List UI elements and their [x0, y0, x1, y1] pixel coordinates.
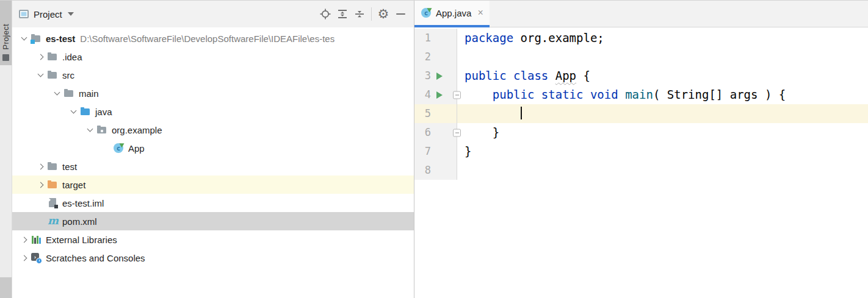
tree-item-es-test[interactable]: es-test D:\Software\SoftwareFile\Develop… [12, 29, 414, 48]
project-tool-icon [2, 54, 9, 61]
project-stripe-button[interactable]: Project [0, 1, 12, 65]
chevron-down-icon[interactable] [38, 71, 44, 77]
project-root-folder-icon [31, 34, 41, 43]
chevron-down-icon[interactable] [54, 90, 60, 96]
tree-item-org-example[interactable]: org.example [12, 121, 414, 139]
tree-item-label: pom.xml [62, 216, 97, 227]
folder-icon [64, 88, 74, 98]
code-line-2[interactable]: 2 [414, 48, 868, 66]
tree-item-label: org.example [112, 125, 162, 135]
select-opened-file-icon[interactable] [317, 6, 334, 22]
stripe-bottom-button[interactable] [0, 277, 12, 298]
project-path: D:\Software\SoftwareFile\DevelopSoftware… [80, 34, 335, 44]
run-main-icon[interactable] [436, 91, 443, 99]
java-class-icon: c [421, 8, 431, 18]
line-number: 4 [414, 85, 431, 104]
chevron-down-icon[interactable] [21, 35, 27, 41]
tree-item-external-libraries[interactable]: External Libraries [12, 230, 414, 249]
header-separator [371, 7, 372, 21]
code-editor[interactable]: 1 package org.example; 2 3 public class … [414, 27, 868, 298]
folder-icon [48, 52, 57, 62]
tree-item-label: es-test.iml [62, 198, 104, 208]
tab-app-java[interactable]: c App.java × [414, 1, 490, 27]
libraries-icon [31, 235, 41, 244]
tool-window-stripe: Project [0, 1, 12, 298]
tree-item-label: es-test [46, 34, 75, 44]
tree-item-app-class[interactable]: c App [12, 139, 414, 157]
sources-folder-icon [81, 107, 90, 116]
tree-item-main[interactable]: main [12, 84, 414, 102]
hide-panel-icon[interactable] [392, 6, 409, 22]
tree-item-idea[interactable]: .idea [12, 48, 414, 66]
code-line-8[interactable]: 8 [414, 161, 868, 180]
project-tool-window: Project [12, 1, 414, 298]
chevron-down-icon[interactable] [87, 126, 93, 132]
code-line-4[interactable]: 4 public static void main( String[] args… [414, 85, 868, 104]
project-stripe-label: Project [1, 24, 10, 50]
line-number: 3 [414, 66, 431, 85]
excluded-folder-icon [48, 180, 57, 190]
tree-item-label: test [62, 161, 77, 172]
line-number: 8 [414, 161, 431, 180]
chevron-right-icon[interactable] [38, 163, 44, 169]
line-number: 5 [414, 104, 431, 123]
code-line-7[interactable]: 7 } [414, 142, 868, 161]
run-class-icon[interactable] [436, 73, 443, 80]
project-panel-header: Project [12, 1, 414, 27]
line-number: 6 [414, 123, 431, 142]
editor-pane: c App.java × 1 package org.example; 2 3 … [414, 1, 868, 298]
tree-item-label: Scratches and Consoles [46, 253, 145, 263]
panel-title: Project [34, 9, 62, 20]
code-line-1[interactable]: 1 package org.example; [414, 29, 868, 48]
folder-icon [48, 70, 57, 80]
tree-item-label: src [62, 70, 74, 80]
code-line-5-current[interactable]: 5 [414, 104, 868, 123]
fold-collapse-icon[interactable] [453, 129, 461, 137]
tree-item-pom-xml[interactable]: m pom.xml [12, 212, 414, 230]
expand-all-icon[interactable] [334, 6, 351, 22]
line-number: 1 [414, 29, 431, 48]
tree-item-label: App [128, 143, 145, 154]
chevron-down-icon[interactable] [71, 108, 77, 114]
collapse-all-icon[interactable] [351, 6, 368, 22]
tree-item-es-test-iml[interactable]: es-test.iml [12, 194, 414, 212]
tree-item-scratches[interactable]: › Scratches and Consoles [12, 249, 414, 267]
chevron-right-icon[interactable] [38, 54, 44, 60]
chevron-right-icon[interactable] [21, 236, 27, 243]
text-caret [521, 107, 522, 119]
chevron-right-icon[interactable] [38, 182, 44, 188]
project-tree: es-test D:\Software\SoftwareFile\Develop… [12, 27, 414, 298]
view-dropdown-icon[interactable] [68, 12, 74, 16]
tab-title: App.java [436, 8, 471, 18]
ide-window: Project Project [0, 0, 868, 298]
tree-item-target[interactable]: target [12, 176, 414, 194]
tab-close-icon[interactable]: × [477, 8, 483, 18]
iml-file-icon [48, 198, 57, 208]
editor-tab-bar: c App.java × [414, 1, 868, 27]
line-number: 2 [414, 48, 431, 66]
tree-item-test[interactable]: test [12, 157, 414, 176]
maven-file-icon: m [48, 216, 57, 226]
tree-item-label: .idea [62, 52, 82, 62]
package-icon [97, 125, 107, 135]
scratches-consoles-icon: › [31, 253, 41, 263]
chevron-right-icon[interactable] [21, 255, 27, 261]
tree-item-label: External Libraries [46, 235, 117, 245]
line-number: 7 [414, 142, 431, 161]
tree-item-label: target [62, 180, 85, 190]
project-view-icon [19, 10, 29, 18]
tree-item-label: java [95, 107, 112, 117]
tree-item-src[interactable]: src [12, 66, 414, 84]
tree-item-java[interactable]: java [12, 102, 414, 121]
code-line-6[interactable]: 6 } [414, 123, 868, 142]
java-class-icon: c [114, 143, 123, 153]
settings-gear-icon[interactable]: ⚙ [375, 6, 392, 22]
code-line-3[interactable]: 3 public class App { [414, 66, 868, 85]
folder-icon [48, 161, 57, 171]
tree-item-label: main [79, 88, 99, 99]
fold-collapse-icon[interactable] [453, 91, 461, 99]
